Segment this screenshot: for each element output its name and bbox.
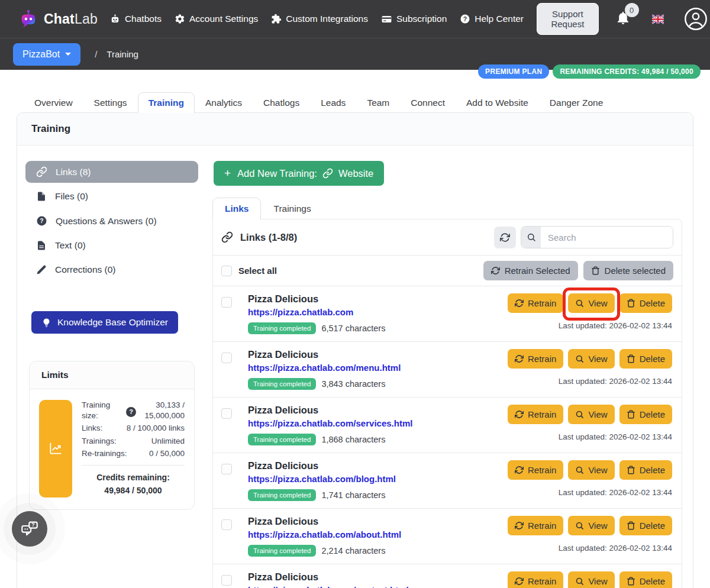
sidebar-item-corrections[interactable]: Corrections (0) [25,259,198,280]
chart-line-icon [48,441,63,456]
row-checkbox[interactable] [221,297,232,308]
nav-subscription[interactable]: Subscription [381,14,447,25]
tab-links[interactable]: Links [212,198,261,219]
file-icon [36,191,47,202]
credits-remaining-label: Credits remaining: [82,471,185,484]
retrain-button[interactable]: Retrain [508,349,563,369]
tab-connect[interactable]: Connect [400,92,456,113]
account-avatar[interactable] [684,7,708,31]
sidebar-item-questions-answers[interactable]: ? Questions & Answers (0) [25,210,198,232]
link-row: Pizza Delicious https://pizza.chatlab.co… [213,508,682,564]
tab-trainings[interactable]: Trainings [261,198,323,219]
tab-overview[interactable]: Overview [24,92,83,113]
delete-button[interactable]: Delete [619,571,672,588]
link-title: Pizza Delicious [248,405,499,416]
language-flag-uk[interactable] [652,12,664,26]
nav-chatbots[interactable]: Chatbots [109,14,162,25]
support-request-button[interactable]: Support Request [537,3,599,35]
link-row: Pizza Delicious https://pizza.chatlab.co… [213,453,682,508]
retrain-selected-button[interactable]: Retrain Selected [483,261,578,280]
retrain-button[interactable]: Retrain [508,516,563,535]
credits-remaining-value: 49,984 / 50,000 [82,484,185,497]
training-status-badge: Training completed [248,489,316,501]
tab-chatlogs[interactable]: Chatlogs [253,92,310,113]
delete-button[interactable]: Delete [619,349,672,369]
row-checkbox[interactable] [221,464,232,474]
link-icon [322,168,333,179]
link-url[interactable]: https://pizza.chatlab.com/contact.html [248,585,499,588]
search-box [521,226,673,248]
view-button[interactable]: View [568,571,614,588]
sidebar-item-links[interactable]: Links (8) [25,161,198,183]
training-status-badge: Training completed [248,434,316,445]
tab-danger-zone[interactable]: Danger Zone [539,92,614,113]
view-button[interactable]: View [568,405,614,424]
card-title: Training [17,113,693,146]
refresh-list-button[interactable] [494,227,516,248]
limit-row-trainings: Trainings: Unlimited [82,436,185,447]
delete-button[interactable]: Delete [619,293,672,313]
delete-selected-button[interactable]: Delete selected [583,261,673,280]
tab-training[interactable]: Training [138,92,195,113]
sidebar-item-text[interactable]: Text (0) [25,235,198,256]
select-all-label: Select all [238,266,277,276]
limit-value: 8 / 100,000 links [106,423,185,434]
logo-light: Lab [75,11,98,27]
character-count: 6,517 characters [321,324,385,333]
link-url[interactable]: https://pizza.chatlab.com/menu.html [248,363,499,373]
tab-settings[interactable]: Settings [83,92,138,113]
tab-analytics[interactable]: Analytics [195,92,253,113]
bot-tabs: Overview Settings Training Analytics Cha… [0,92,710,112]
magnifier-icon [575,354,584,363]
knowledge-base-optimizer-button[interactable]: Knowledge Base Optimizer [31,311,178,334]
row-checkbox[interactable] [221,575,232,586]
trash-icon [627,410,635,419]
pencil-icon [36,264,47,275]
last-updated: Last updated: 2026-02-02 13:44 [559,488,672,497]
view-button[interactable]: View [568,349,614,369]
retrain-label: Retrain [528,409,556,419]
link-url[interactable]: https://pizza.chatlab.com/about.html [248,529,499,539]
link-url[interactable]: https://pizza.chatlab.com/services.html [248,418,499,428]
link-url[interactable]: https://pizza.chatlab.com [248,307,499,317]
bot-selector-button[interactable]: PizzaBot [13,43,80,66]
view-label: View [588,354,607,364]
retrain-button[interactable]: Retrain [508,405,563,424]
sidebar-item-files[interactable]: Files (0) [25,186,198,207]
row-checkbox[interactable] [221,519,232,530]
link-icon [221,231,233,243]
view-button[interactable]: View [568,293,614,313]
delete-button[interactable]: Delete [619,460,672,480]
nav-help-center[interactable]: ? Help Center [460,14,524,24]
nav-account-settings[interactable]: Account Settings [175,14,258,24]
help-tooltip-icon[interactable]: ? [126,407,136,417]
view-button[interactable]: View [568,460,614,480]
row-checkbox[interactable] [221,408,232,419]
nav-custom-integrations[interactable]: Custom Integrations [271,14,368,24]
search-input[interactable] [541,227,673,248]
text-file-icon [36,240,47,251]
retrain-button[interactable]: Retrain [508,460,563,480]
select-all-checkbox[interactable] [221,266,232,276]
tab-add-to-website[interactable]: Add to Website [456,92,539,113]
trash-icon [627,521,635,530]
trash-icon [591,266,600,275]
help-chat-widget-button[interactable]: ? [12,511,47,547]
retrain-button[interactable]: Retrain [508,293,563,313]
row-checkbox[interactable] [221,353,232,363]
view-button[interactable]: View [568,516,614,535]
add-new-training-button[interactable]: + Add New Training: Website [214,161,384,186]
tab-leads[interactable]: Leads [310,92,356,113]
character-count: 3,843 characters [321,379,385,389]
view-label: View [588,465,607,475]
notifications-button[interactable]: 0 [615,10,631,28]
tab-team[interactable]: Team [356,92,400,113]
delete-selected-label: Delete selected [605,266,666,276]
link-url[interactable]: https://pizza.chatlab.com/blog.html [248,474,499,484]
delete-label: Delete [640,521,665,531]
delete-button[interactable]: Delete [619,516,672,535]
delete-button[interactable]: Delete [619,405,672,424]
retrain-button[interactable]: Retrain [508,571,563,588]
chatlab-logo[interactable]: ChatLab [18,8,98,30]
links-panel-header: Links (1-8/8) [213,219,682,255]
